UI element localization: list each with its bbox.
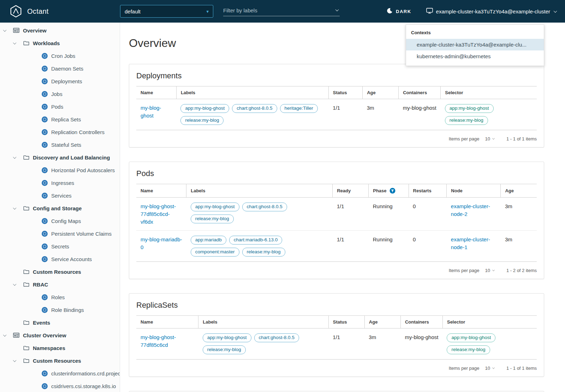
table-cell: Running [369,231,409,262]
sidebar-item-replica-sets[interactable]: Replica Sets [0,113,120,126]
sidebar-item-discovery-and-load-balancing[interactable]: Discovery and Load Balancing [0,151,120,164]
label-badge[interactable]: app:mariadb [191,236,226,245]
caret-down-icon [13,207,23,210]
header-row: NameLabelsStatusAgeContainersSelector [136,316,537,328]
column-header-inner: Labels [191,188,328,193]
chevron-glyph [13,358,17,362]
resource-link[interactable]: my-blog-ghost-77df85c6cd [141,334,176,348]
namespace-select[interactable]: default ▾ [120,5,213,18]
label-badge[interactable]: chart:ghost-8.0.5 [242,203,287,211]
sidebar-item-horizontal-pod-autoscalers[interactable]: Horizontal Pod Autoscalers [0,164,120,176]
sidebar-item-roles[interactable]: Roles [0,291,120,303]
label-badge[interactable]: release:my-blog [445,116,488,125]
filter-icon[interactable] [389,188,396,194]
cell-text: 1/1 [337,203,364,210]
column-header-inner: Name [141,90,172,95]
label-badge[interactable]: release:my-blog [191,215,234,223]
label-badge[interactable]: app:my-blog-ghost [203,333,251,342]
sidebar-item-config-maps[interactable]: Config Maps [0,215,120,227]
table-row: my-blog-ghost-77df85c6cdapp:my-blog-ghos… [136,328,537,360]
brand[interactable]: Octant [0,5,120,18]
label-badge[interactable]: heritage:Tiller [280,104,318,113]
sidebar-item-daemon-sets[interactable]: Daemon Sets [0,62,120,75]
dark-mode-label: DARK [396,9,411,14]
table-cell: app:my-blog-ghostchart:ghost-8.0.5herita… [176,99,328,130]
sidebar-item-rbac[interactable]: RBAC [0,278,120,291]
sidebar-item-custom-resources[interactable]: Custom Resources [0,265,120,278]
sidebar-item-label: Role Bindings [51,307,84,313]
sidebar-item-pods[interactable]: Pods [0,100,120,113]
table-row: my-blog-mariadb-0app:mariadbchart:mariad… [136,231,537,262]
sidebar-item-services[interactable]: Services [0,189,120,202]
context-switcher[interactable]: example-cluster-ka3TuTzYo4a@example-clus… [426,8,557,15]
sidebar-nav: OverviewWorkloadsCron JobsDaemon SetsDep… [0,23,120,392]
label-badge[interactable]: app:my-blog-ghost [447,333,495,342]
label-badge[interactable]: release:my-blog [180,116,224,125]
sidebar-item-cluster-overview[interactable]: Cluster Overview [0,329,120,342]
label-badge[interactable]: component:master [191,248,239,257]
sidebar-item-label: Events [33,320,50,326]
label-badges: app:my-blog-ghostchart:ghost-8.0.5releas… [191,203,328,223]
chevron-down-icon[interactable] [335,8,339,11]
sidebar-item-replication-controllers[interactable]: Replication Controllers [0,126,120,138]
table-cell: 0 [409,231,447,262]
sidebar-item-namespaces[interactable]: Namespaces [0,342,120,354]
sidebar-item-deployments[interactable]: Deployments [0,75,120,88]
sidebar-item-csidrivers-csi-storage-k8s-io[interactable]: csidrivers.csi.storage.k8s.io [0,380,120,392]
column-header-inner: Containers [403,90,436,95]
resource-link[interactable]: my-blog-ghost [141,105,161,119]
resource-link[interactable]: example-cluster-node-1 [451,236,490,250]
sidebar-item-config-and-storage[interactable]: Config and Storage [0,202,120,215]
datagrid-pods: NameLabelsReadyPhaseRestartsNodeAgemy-bl… [136,184,537,262]
column-header-age: Age [501,184,537,198]
sidebar-item-label: Replica Sets [51,116,81,122]
sidebar-item-cron-jobs[interactable]: Cron Jobs [0,49,120,62]
label-badge[interactable]: chart:ghost-8.0.5 [232,104,277,113]
sidebar-item-events[interactable]: Events [0,316,120,329]
sidebar-item-label: Roles [51,294,65,300]
datagrid-footer: Items per page101 - 1 of 1 items [136,360,537,376]
resource-link[interactable]: example-cluster-node-2 [451,203,490,217]
resource-icon [42,383,48,389]
items-per-page-select[interactable]: 10 [485,268,494,273]
sidebar-item-ingresses[interactable]: Ingresses [0,176,120,189]
sidebar-item-custom-resources[interactable]: Custom Resources [0,354,120,367]
sidebar-item-stateful-sets[interactable]: Stateful Sets [0,138,120,151]
chevron-down-icon [492,366,495,369]
sidebar-item-jobs[interactable]: Jobs [0,88,120,100]
sidebar-item-service-accounts[interactable]: Service Accounts [0,253,120,265]
column-header-containers: Containers [399,86,441,99]
sidebar-item-overview[interactable]: Overview [0,24,120,37]
items-per-page-select[interactable]: 10 [485,136,494,141]
applications-icon [13,332,20,338]
context-option[interactable]: kubernetes-admin@kubernetes [406,50,544,62]
resource-link[interactable]: my-blog-ghost-77df85c6cd-vf6dx [141,203,176,225]
dark-mode-toggle[interactable]: DARK [387,8,411,15]
label-badge[interactable]: app:my-blog-ghost [191,203,239,211]
label-badge[interactable]: release:my-blog [203,345,246,354]
label-badge[interactable]: chart:mariadb-6.13.0 [229,236,282,245]
label-badge[interactable]: app:my-blog-ghost [180,104,229,113]
card-title: Deployments [136,71,537,80]
label-badge[interactable]: chart:ghost-8.0.5 [254,333,299,342]
items-per-page-select[interactable]: 10 [485,366,494,371]
label-badge[interactable]: release:my-blog [447,345,490,354]
sidebar-item-role-bindings[interactable]: Role Bindings [0,303,120,316]
label-badge[interactable]: release:my-blog [242,248,285,257]
sidebar-item-secrets[interactable]: Secrets [0,240,120,253]
context-option[interactable]: example-cluster-ka3TuTzYo4a@example-clu.… [406,39,544,50]
sidebar-item-persistent-volume-claims[interactable]: Persistent Volume Claims [0,227,120,240]
sidebar-item-clusterinformations-crd-projec[interactable]: clusterinformations.crd.projec [0,367,120,380]
column-header-inner: Age [369,319,396,325]
cell-text: Running [373,236,404,243]
column-header-label: Status [333,90,347,95]
cell-text: 0 [413,236,442,243]
pagination-range: 1 - 1 of 1 items [506,366,537,371]
label-badge[interactable]: app:my-blog-ghost [445,104,494,113]
label-filter-input[interactable] [223,7,336,14]
datagrid-footer: Items per page101 - 1 of 1 items [136,130,537,147]
sidebar-item-label: Deployments [51,78,82,84]
items-per-page-label: Items per page [449,366,480,371]
resource-link[interactable]: my-blog-mariadb-0 [141,236,182,250]
sidebar-item-workloads[interactable]: Workloads [0,37,120,49]
